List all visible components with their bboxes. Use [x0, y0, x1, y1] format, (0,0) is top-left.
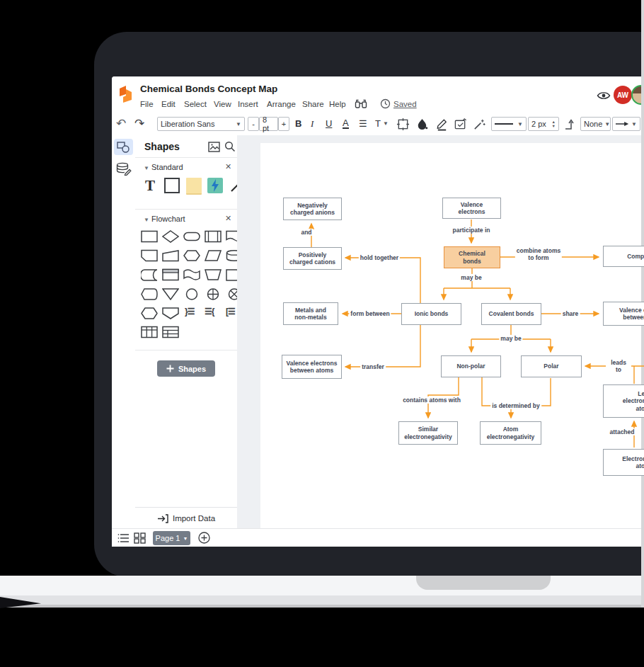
fc-paper-tape-shape[interactable] — [183, 268, 200, 281]
presentation-eye-icon[interactable] — [597, 91, 611, 101]
fc-row-table-shape[interactable] — [162, 326, 179, 338]
search-shapes-icon[interactable] — [224, 141, 236, 152]
fc-stored-data-shape[interactable] — [141, 268, 158, 281]
edge-label-participate-in[interactable]: participate in — [452, 227, 492, 234]
edge-label-hold-together[interactable]: hold together — [359, 254, 400, 261]
font-size-value[interactable]: 8 pt — [259, 117, 278, 131]
node-less-electronegative-atoms[interactable]: Less electronegative atoms — [603, 384, 644, 418]
add-page-icon[interactable] — [198, 532, 210, 544]
fc-or-junction-shape[interactable] — [205, 287, 222, 300]
add-shapes-button[interactable]: Shapes — [157, 360, 215, 377]
fc-internal-storage-shape[interactable] — [162, 268, 179, 281]
outline-list-icon[interactable] — [117, 533, 130, 543]
node-positively-charged-cations[interactable]: Positively charged cations — [283, 247, 342, 270]
fc-extract-shape[interactable] — [162, 287, 179, 300]
line-shape-icon[interactable] — [564, 118, 577, 131]
fc-data-shape[interactable] — [205, 249, 222, 262]
import-data-button[interactable]: Import Data — [135, 507, 238, 529]
fc-process-shape[interactable] — [141, 230, 158, 243]
text-align-icon[interactable]: ☰ — [359, 119, 367, 128]
edge-label-and[interactable]: and — [299, 229, 313, 236]
text-style-button[interactable]: T▼ — [375, 118, 389, 129]
fc-terminator-shape[interactable] — [183, 230, 200, 243]
font-size-increase-button[interactable]: + — [278, 117, 289, 131]
menu-file[interactable]: File — [140, 100, 154, 108]
collaborator-avatar-aw[interactable]: AW — [614, 86, 632, 104]
fc-brace-right-note-shape[interactable]: }☰ — [185, 307, 194, 317]
edge-label-may-be-1[interactable]: may be — [459, 274, 483, 281]
saved-status[interactable]: Saved — [393, 100, 417, 108]
node-non-polar[interactable]: Non-polar — [441, 355, 501, 377]
undo-icon[interactable]: ↶ — [116, 118, 126, 130]
menu-help[interactable]: Help — [329, 100, 346, 108]
node-ionic-bonds[interactable]: Ionic bonds — [401, 303, 461, 325]
fc-card-shape[interactable] — [141, 249, 158, 262]
node-valence-electrons[interactable]: Valence electrons — [442, 198, 501, 219]
fc-decision-shape[interactable] — [162, 230, 179, 243]
pages-grid-icon[interactable] — [134, 532, 146, 544]
shape-sticky-note-tool[interactable] — [186, 178, 202, 195]
fc-hexagon-shape[interactable] — [141, 307, 158, 319]
node-covalent-bonds[interactable]: Covalent bonds — [481, 303, 541, 325]
fc-brace-left-note-shape[interactable]: ☰{ — [205, 307, 214, 317]
close-section-icon[interactable]: ✕ — [225, 214, 231, 223]
bold-button[interactable]: B — [295, 118, 301, 129]
line-color-pencil-icon[interactable] — [435, 117, 449, 131]
shape-text-tool[interactable]: T — [141, 176, 159, 195]
data-linking-icon[interactable] — [116, 162, 132, 176]
menu-view[interactable]: View — [214, 100, 231, 108]
shape-lightning-tool[interactable] — [207, 178, 223, 193]
line-width-stepper[interactable]: 2 px ▲▼ — [528, 117, 559, 131]
edge-label-transfer[interactable]: transfer — [360, 363, 386, 370]
fc-bracket-note-shape[interactable]: [☰ — [226, 307, 235, 317]
magic-wand-icon[interactable] — [473, 118, 486, 131]
fc-off-page-connector-shape[interactable] — [162, 307, 179, 319]
node-chemical-bonds[interactable]: Chemical bonds — [444, 246, 500, 268]
node-valence-electrons-between-atoms-right[interactable]: Valence electrons between atoms — [603, 302, 644, 326]
section-flowchart[interactable]: ▼ Flowchart — [144, 215, 185, 223]
edge-label-attached[interactable]: attached — [609, 428, 636, 435]
fill-color-icon[interactable] — [415, 118, 429, 131]
stepper-arrows-icon[interactable]: ▲▼ — [552, 120, 556, 128]
edge-label-share[interactable]: share — [561, 310, 580, 317]
font-family-select[interactable]: Liberation Sans ▼ — [157, 117, 245, 131]
node-electronegative-atoms[interactable]: Electronegative atoms — [603, 449, 644, 476]
find-binoculars-icon[interactable] — [355, 98, 367, 110]
image-shapes-icon[interactable] — [208, 142, 220, 152]
section-standard[interactable]: ▼ Standard — [144, 163, 183, 171]
fc-connector-shape[interactable] — [183, 287, 200, 300]
edge-label-leads-to[interactable]: leads to — [606, 359, 631, 373]
shape-style-note-icon[interactable] — [454, 118, 468, 131]
line-style-select[interactable]: ▼ — [491, 117, 527, 131]
node-metals-and-non-metals[interactable]: Metals and non-metals — [283, 302, 338, 325]
fc-column-table-shape[interactable] — [141, 326, 158, 338]
line-end-select[interactable]: ▼ — [612, 117, 640, 131]
fc-preparation-shape[interactable] — [183, 249, 200, 262]
menu-select[interactable]: Select — [184, 100, 207, 108]
close-section-icon[interactable]: ✕ — [225, 162, 231, 171]
node-polar[interactable]: Polar — [521, 355, 582, 377]
fc-display-shape[interactable] — [141, 287, 158, 300]
page-selector[interactable]: Page 1 ▼ — [153, 531, 190, 545]
edge-label-combine-atoms-to-form[interactable]: combine atoms to form — [515, 247, 562, 261]
node-compounds[interactable]: Compounds — [603, 246, 644, 267]
shapes-tool-active[interactable] — [114, 139, 133, 155]
menu-arrange[interactable]: Arrange — [267, 100, 296, 108]
menu-insert[interactable]: Insert — [238, 100, 258, 108]
node-negatively-charged-anions[interactable]: Negatively charged anions — [283, 198, 342, 220]
node-valence-electrons-between-atoms-left[interactable]: Valence electrons between atoms — [282, 355, 342, 379]
edge-label-is-determined-by[interactable]: is determined by — [490, 402, 541, 409]
fc-manual-input-shape[interactable] — [162, 249, 179, 262]
diagram-canvas[interactable]: Negatively charged anions Valence electr… — [237, 135, 644, 528]
menu-edit[interactable]: Edit — [161, 100, 176, 108]
fc-predefined-process-shape[interactable] — [205, 230, 222, 243]
node-similar-electronegativity[interactable]: Similar electronegativity — [398, 421, 458, 445]
underline-button[interactable]: U — [326, 118, 332, 129]
edge-label-contains-atoms-with[interactable]: contains atoms with — [401, 397, 462, 404]
menu-share[interactable]: Share — [302, 100, 324, 108]
edge-label-form-between[interactable]: form between — [349, 310, 391, 317]
italic-button[interactable]: I — [311, 118, 314, 130]
redo-icon[interactable]: ↷ — [134, 118, 144, 130]
fc-manual-operation-shape[interactable] — [205, 268, 222, 281]
text-color-button[interactable]: A — [343, 118, 349, 129]
